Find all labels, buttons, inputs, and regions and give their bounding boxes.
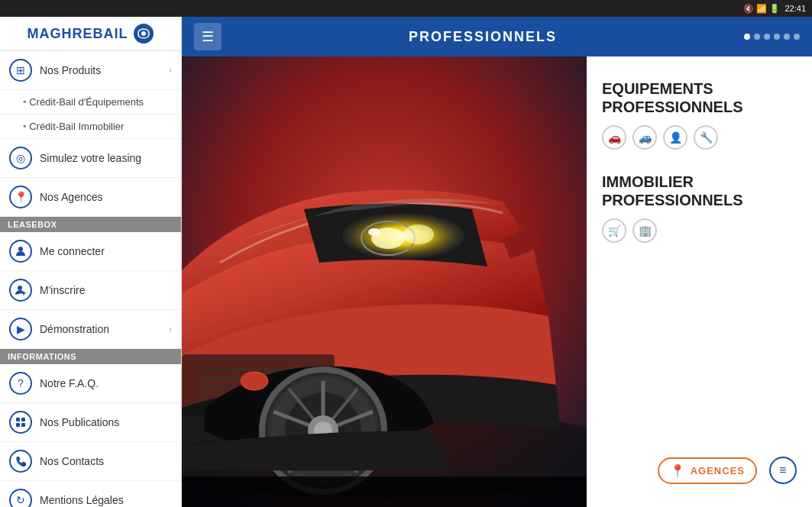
spacer	[602, 266, 797, 449]
sidebar-label-simulez-leasing: Simulez votre leasing	[40, 152, 172, 164]
dot-2	[754, 34, 760, 40]
status-bar: 🔇 📶 🔋 22:41	[0, 0, 812, 17]
grid-icon: ⊞	[9, 59, 32, 82]
chevron-right-demo-icon: ›	[169, 324, 172, 334]
sidebar-item-simulez-leasing[interactable]: ◎ Simulez votre leasing	[0, 139, 181, 178]
refresh-icon: ↻	[9, 489, 32, 507]
person-small-icon: 👤	[663, 125, 687, 150]
product-section-immobilier: IMMOBILIER PROFESSIONNELS 🛒 🏢	[602, 173, 797, 243]
question-icon: ?	[9, 372, 32, 395]
car2-small-icon: 🚙	[632, 125, 657, 150]
dot-6	[794, 34, 800, 40]
sidebar-label-nos-produits: Nos Produits	[40, 64, 169, 76]
section-label-informations: INFORMATIONS	[0, 349, 181, 364]
sidebar-label-nos-publications: Nos Publications	[40, 416, 172, 428]
sidebar-item-nos-publications[interactable]: Nos Publications	[0, 403, 181, 442]
sidebar-item-m-inscrire[interactable]: M'inscrire	[0, 271, 181, 310]
product-title-equipements: EQUIPEMENTS PROFESSIONNELS	[602, 79, 797, 116]
sidebar-item-nos-agences[interactable]: 📍 Nos Agences	[0, 178, 181, 217]
agences-pin-icon: 📍	[670, 463, 686, 478]
publications-icon	[9, 411, 32, 434]
right-panel: EQUIPEMENTS PROFESSIONNELS 🚗 🚙 👤 🔧 IMMOB…	[587, 57, 812, 507]
svg-rect-4	[16, 418, 20, 421]
user-plus-icon	[9, 279, 32, 302]
sidebar-label-demonstration: Démonstration	[40, 323, 169, 335]
sidebar-item-nos-contacts[interactable]: Nos Contacts	[0, 442, 181, 481]
chevron-right-icon: ›	[169, 65, 172, 76]
status-time: 22:41	[785, 4, 806, 13]
sidebar-item-notre-faq[interactable]: ? Notre F.A.Q.	[0, 364, 181, 403]
svg-point-20	[368, 228, 380, 236]
sidebar-item-mentions-legales[interactable]: ↻ Mentions Légales	[0, 481, 181, 507]
product-section-equipements: EQUIPEMENTS PROFESSIONNELS 🚗 🚙 👤 🔧	[602, 79, 797, 150]
sidebar-label-nos-agences: Nos Agences	[40, 191, 172, 203]
hero-area: EQUIPEMENTS PROFESSIONNELS 🚗 🚙 👤 🔧 IMMOB…	[182, 57, 812, 507]
bottom-actions: 📍 AGENCES ≡	[602, 457, 797, 484]
menu-button[interactable]: ☰	[194, 23, 222, 50]
sidebar-item-demonstration[interactable]: ▶ Démonstration ›	[0, 310, 181, 349]
sidebar-label-m-inscrire: M'inscrire	[40, 284, 172, 296]
top-bar-title: PROFESSIONNELS	[222, 29, 744, 45]
product-title-immobilier: IMMOBILIER PROFESSIONNELS	[602, 173, 797, 209]
dot-4	[774, 34, 780, 40]
phone-icon	[9, 450, 32, 473]
svg-rect-34	[182, 476, 587, 507]
sidebar-label-mentions-legales: Mentions Légales	[40, 494, 172, 506]
dot-3	[764, 34, 770, 40]
dot-1	[744, 34, 750, 40]
slide-dots	[744, 34, 800, 40]
building-small-icon: 🛒	[602, 218, 626, 243]
car-image	[182, 57, 587, 507]
dot-5	[784, 34, 790, 40]
top-bar: ☰ PROFESSIONNELS	[182, 17, 812, 57]
product-icons-equipements: 🚗 🚙 👤 🔧	[602, 125, 797, 150]
svg-point-19	[403, 224, 434, 244]
sidebar-item-nos-produits[interactable]: ⊞ Nos Produits ›	[0, 51, 181, 90]
sidebar-item-credit-bail-equipements[interactable]: Crédit-Bail d'Équipements	[0, 90, 181, 115]
sidebar: MAGHREBAIL ⊞ Nos Produits › Crédit-Bail …	[0, 17, 182, 507]
agences-label: AGENCES	[691, 465, 745, 476]
svg-point-3	[18, 286, 22, 290]
svg-rect-5	[21, 418, 25, 421]
pin-icon: 📍	[9, 186, 32, 208]
app-container: MAGHREBAIL ⊞ Nos Produits › Crédit-Bail …	[0, 17, 812, 507]
menu-circle-icon[interactable]: ≡	[769, 457, 797, 484]
main-content: ☰ PROFESSIONNELS	[182, 17, 812, 507]
sidebar-label-me-connecter: Me connecter	[40, 245, 172, 257]
brand-name: MAGHREBAIL	[27, 26, 128, 42]
dial-icon: ◎	[9, 147, 32, 170]
office-small-icon: 🏢	[632, 218, 657, 243]
tool-small-icon: 🔧	[694, 125, 718, 150]
svg-point-33	[241, 372, 268, 390]
status-icons: 🔇 📶 🔋	[743, 4, 780, 14]
sidebar-header: MAGHREBAIL	[0, 17, 181, 51]
user-icon	[9, 240, 32, 263]
sidebar-label-notre-faq: Notre F.A.Q.	[40, 377, 172, 389]
svg-rect-6	[16, 423, 20, 427]
svg-point-2	[18, 247, 23, 251]
brand-logo	[133, 23, 154, 44]
sidebar-label-nos-contacts: Nos Contacts	[40, 455, 172, 467]
section-label-leasebox: LEASEBOX	[0, 217, 181, 232]
svg-point-1	[141, 31, 146, 36]
svg-rect-7	[21, 423, 25, 427]
play-icon: ▶	[9, 318, 32, 341]
agences-button[interactable]: 📍 AGENCES	[658, 457, 757, 484]
product-icons-immobilier: 🛒 🏢	[602, 218, 797, 243]
sidebar-item-credit-bail-immobilier[interactable]: Crédit-Bail Immobilier	[0, 115, 181, 139]
sidebar-item-me-connecter[interactable]: Me connecter	[0, 232, 181, 271]
car-small-icon: 🚗	[602, 125, 626, 150]
